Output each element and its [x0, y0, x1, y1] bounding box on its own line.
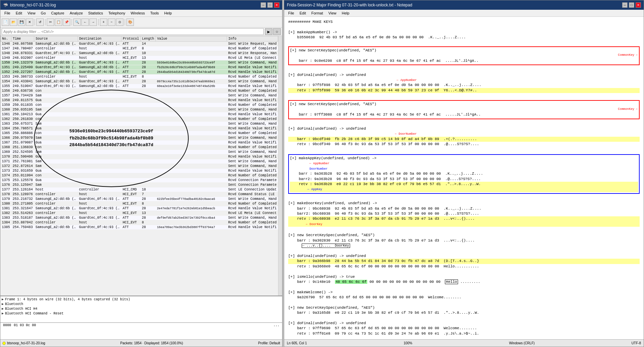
expand-icon-2[interactable]: ▶ [2, 307, 4, 311]
hello-box: Hello [445, 279, 458, 284]
expand-icon-1[interactable]: ▶ [2, 302, 4, 306]
table-row[interactable]: 1367251.079087GuaRcvd Handle Value Notif… [1, 140, 278, 145]
table-row[interactable]: 1368251.136839conRcvd Number of Complete… [1, 145, 278, 150]
table-row[interactable]: 1347248.780407controllerhostHCI_EVT8Rcvd… [1, 46, 278, 51]
filter-apply-button[interactable]: ▶ [265, 28, 272, 35]
menu-edit[interactable]: Edit [13, 10, 25, 16]
menu-file[interactable]: File [2, 10, 13, 16]
notepad-panel: Frida-Session-2 Major Finding 07-31-20-w… [284, 0, 644, 347]
table-row[interactable]: 1350249.132379SamsungE_a2:dd:6b (…Guardt… [1, 60, 278, 65]
table-row[interactable]: 1385254.759483SamsungE_a2:dd:6b (…Guardt… [1, 225, 278, 230]
expand-icon-0[interactable]: ▶ [2, 297, 4, 301]
table-row[interactable]: 1379253.216732SamsungE_a2:dd:6b (…Guardt… [1, 197, 278, 202]
table-row[interactable]: 1383253.518187SamsungE_a2:dd:6b (…Guardt… [1, 216, 278, 220]
np-menu-file[interactable]: File [286, 10, 297, 16]
notepad-close[interactable]: ✕ [636, 2, 641, 8]
filter-input[interactable] [2, 28, 264, 35]
doorkey-retv-label: ← DoorKey [306, 223, 323, 226]
toolbar-new[interactable]: 📄 [2, 18, 9, 26]
toolbar-reload[interactable]: ↺ [36, 18, 44, 26]
toolbar-close[interactable]: ✕ [26, 18, 33, 26]
col-val: Value [156, 36, 227, 42]
close-button[interactable]: ✕ [274, 2, 279, 8]
notepad-minimize[interactable]: ─ [622, 2, 628, 8]
wireshark-icon: 🦈 [3, 3, 8, 7]
table-row[interactable]: 1374253.011994conRcvd Number of Complete… [1, 173, 278, 178]
table-row[interactable]: 1349248.932907controllerhostHCI_EVT13Rcv… [1, 56, 278, 60]
table-row[interactable]: 1361250.104213GuaRcvd Handle Value Notif… [1, 112, 278, 117]
table-row[interactable]: 1382253.514263controllerhostHCI_EVT13Rcv… [1, 211, 278, 216]
toolbar-zoomreset[interactable]: ⊙ [116, 18, 123, 26]
table-row[interactable]: 1351249.225499Guardtec_0f:4c:93 (…Samsun… [1, 65, 278, 70]
table-row[interactable]: 1354249.433041SamsungE_a2:dd:6b (…Guardt… [1, 79, 278, 84]
table-row[interactable]: 1366250.975970SamSent Write Command, Han… [1, 136, 278, 140]
table-row[interactable]: 1377253.126164hostcontrollerHCI_CMD18Sen… [1, 187, 278, 192]
table-row[interactable]: 1355249.519047Guardtec_0f:4c:93 (…Samsun… [1, 84, 278, 89]
expand-icon-3[interactable]: ▶ [2, 311, 4, 315]
table-row[interactable]: 1384253.887042controllerhostHCI_EVT8Rcvd… [1, 220, 278, 225]
table-row[interactable]: 1371252.761981SamSent Write Command, Han… [1, 159, 278, 164]
table-row[interactable]: 1370252.590406GuaRcvd Handle Value Notif… [1, 155, 278, 159]
table-row[interactable]: 1359250.011835conRcvd Number of Complete… [1, 103, 278, 107]
toolbar-find[interactable]: 🔍 [73, 18, 81, 26]
menu-view[interactable]: View [25, 10, 38, 16]
np-menu-view[interactable]: View [326, 10, 339, 16]
toolbar-cut[interactable]: ✂ [47, 18, 54, 26]
np-b11 [288, 285, 640, 290]
table-header: No. Time Source Destination Protocol Len… [1, 36, 278, 42]
table-row[interactable]: 1372252.872614SamSent Write Command, Han… [1, 164, 278, 169]
table-row[interactable]: 1353249.386733controllerhostHCI_EVT8Rcvd… [1, 75, 278, 79]
table-row[interactable]: 1358249.811575GuaRcvd Handle Value Notif… [1, 98, 278, 103]
np-menu-edit[interactable]: Edit [297, 10, 309, 16]
table-row[interactable]: 1373252.931659GuaRcvd Handle Value Notif… [1, 169, 278, 173]
np-menu-help[interactable]: Help [339, 10, 352, 16]
notepad-maximize[interactable]: □ [629, 2, 634, 8]
table-row[interactable]: 1378253.128976controllerhostHCI_EVT7Rcvd… [1, 192, 278, 197]
minimize-button[interactable]: ─ [261, 2, 266, 8]
toolbar-coloring[interactable]: 🎨 [126, 18, 134, 26]
np-menu-format[interactable]: Format [309, 10, 326, 16]
table-row[interactable]: 1363250.675371SamSent Write Command, Han… [1, 122, 278, 126]
table-row[interactable]: 1357249.734429SamSent Write Command, Han… [1, 93, 278, 98]
np-b12 [288, 300, 640, 305]
menu-wireless[interactable]: Wireless [128, 10, 148, 16]
table-row[interactable]: 1380253.271805controllerhostHCI_EVT8Rcvd… [1, 202, 278, 206]
table-row[interactable]: 1381253.321647SamsungE_a2:dd:6b (…Guardt… [1, 206, 278, 211]
toolbar-back[interactable]: ← [81, 18, 89, 26]
table-row[interactable]: 1369252.524595SamSent Write Command, Han… [1, 150, 278, 155]
np-b9 [288, 249, 640, 254]
toolbar-paste[interactable]: 📌 [63, 18, 70, 26]
table-row[interactable]: 1376253.125947SamSent Connection Paramet… [1, 183, 278, 187]
menu-help[interactable]: Help [161, 10, 175, 16]
menu-tools[interactable]: Tools [148, 10, 162, 16]
packet-scroll[interactable]: 5936e0160be23c994440b6593723ce9f fb2b28c… [0, 36, 278, 296]
menu-go[interactable]: Go [38, 10, 48, 16]
menu-telephony[interactable]: Telephony [106, 10, 128, 16]
table-row[interactable]: 1346248.867588SamsungE_a2:dd:6b (…Guardt… [1, 42, 278, 46]
table-row[interactable]: 1360250.035195SamSent Write Command, Han… [1, 107, 278, 112]
np-b7 [288, 195, 640, 200]
table-row[interactable]: 1364250.786571GuaRcvd Handle Value Notif… [1, 126, 278, 131]
toolbar-zoomin[interactable]: + [100, 18, 107, 26]
table-row[interactable]: 1356249.636736conRcvd Number of Complete… [1, 89, 278, 93]
np-retv3: retv : 9a363b28 e0 22 c1 19 3e bb 38 82 … [290, 182, 638, 192]
notepad-content[interactable]: ########## MAKE KEYS [+] makeAppNumber()… [284, 17, 644, 339]
table-row[interactable]: 1362250.261830conRcvd Number of Complete… [1, 117, 278, 122]
menu-capture[interactable]: Capture [48, 10, 67, 16]
scrollbar[interactable] [278, 36, 282, 296]
toolbar-copy[interactable]: 📋 [55, 18, 62, 26]
toolbar-fwd[interactable]: → [89, 18, 97, 26]
table-row[interactable]: 1375253.125578GuaRcvd Connection Paramet… [1, 178, 278, 183]
np-sk4barr: barr : 9a3165d8 e0 22 c1 19 3e bb 38 82 … [288, 310, 640, 315]
table-row[interactable]: 1348248.878331Guardtec_0f:4c:93 (…Samsun… [1, 51, 278, 56]
maximize-button[interactable]: □ [267, 2, 273, 8]
table-row[interactable]: 1365250.886886conRcvd Number of Complete… [1, 131, 278, 136]
toolbar-open[interactable]: 📂 [10, 18, 17, 26]
packet-detail[interactable]: ▶ Frame 1: 4 bytes on wire (32 bits), 4 … [0, 296, 282, 322]
filter-bookmark-button[interactable]: ☆ [273, 28, 281, 35]
menu-statistics[interactable]: Statistics [85, 10, 106, 16]
table-row[interactable]: 1352249.227207SamsungE_a2:dd:6b (…Guardt… [1, 70, 278, 75]
toolbar-save[interactable]: 💾 [18, 18, 25, 26]
toolbar-zoomout[interactable]: − [108, 18, 115, 26]
menu-analyze[interactable]: Analyze [67, 10, 85, 16]
